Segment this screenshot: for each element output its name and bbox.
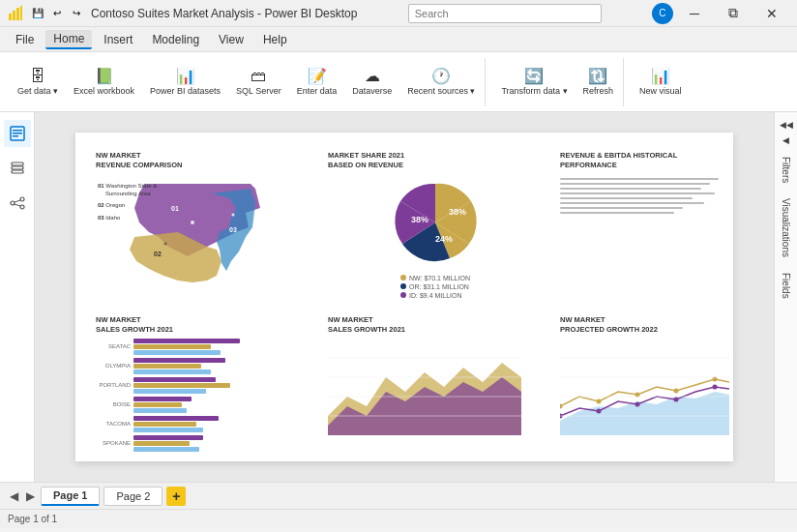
nw-market-revenue-panel[interactable]: NW MARKET REVENUE COMPARISON 01 02 03	[87, 144, 319, 309]
add-page-button[interactable]: +	[166, 487, 186, 506]
get-data-button[interactable]: 🗄 Get data ▾	[12, 60, 64, 104]
map-container: 01 02 03 01 Washington State & Surroundi…	[96, 174, 289, 290]
canvas-page: NW MARKET REVENUE COMPARISON 01 02 03	[75, 133, 733, 461]
sidebar-report-icon[interactable]	[4, 120, 31, 147]
menu-help[interactable]: Help	[255, 31, 295, 48]
powerbi-datasets-button[interactable]: 📊 Power BI datasets	[144, 60, 226, 104]
page-prev-btn[interactable]: ◀	[8, 489, 20, 503]
filters-panel-btn[interactable]: Filters	[778, 149, 794, 191]
dataverse-button[interactable]: ☁ Dataverse	[346, 60, 398, 104]
ribbon-group-data: 🗄 Get data ▾ 📗 Excel workbook 📊 Power BI…	[8, 58, 486, 106]
svg-text:38%: 38%	[449, 207, 466, 217]
svg-point-37	[674, 397, 679, 401]
refresh-label: Refresh	[583, 86, 614, 96]
fields-panel-btn[interactable]: Fields	[778, 265, 794, 307]
sales-growth-bar-title: NW MARKETSALES GROWTH 2021	[96, 315, 310, 335]
svg-rect-2	[16, 8, 19, 20]
svg-text:03: 03	[229, 226, 237, 233]
datasets-label: Power BI datasets	[150, 86, 221, 96]
menu-modeling[interactable]: Modeling	[144, 31, 207, 48]
projected-growth-chart	[560, 339, 729, 435]
svg-point-32	[674, 388, 679, 393]
svg-rect-5	[13, 130, 22, 132]
menu-home[interactable]: Home	[45, 30, 92, 49]
enter-data-button[interactable]: 📝 Enter data	[291, 60, 343, 104]
transform-icon: 🔄	[524, 69, 544, 84]
window-title: Contoso Suites Market Analysis - Power B…	[91, 7, 357, 20]
svg-rect-10	[12, 170, 23, 173]
svg-rect-7	[13, 135, 18, 137]
bar-label-3: PORTLAND	[96, 382, 131, 388]
page-tab-2[interactable]: Page 2	[103, 487, 162, 506]
nw-market-revenue-title: NW MARKET REVENUE COMPARISON	[96, 151, 310, 170]
save-button[interactable]: 💾	[29, 5, 46, 22]
ribbon-group-transform: 🔄 Transform data ▾ 🔃 Refresh	[491, 58, 624, 106]
canvas-area[interactable]: NW MARKET REVENUE COMPARISON 01 02 03	[35, 112, 774, 482]
projected-growth-panel[interactable]: NW MARKET PROJECTED GROWTH 2022	[551, 309, 745, 473]
sidebar-model-icon[interactable]	[4, 190, 31, 217]
menu-view[interactable]: View	[211, 31, 251, 48]
excel-label: Excel workbook	[74, 86, 134, 96]
recent-sources-button[interactable]: 🕐 Recent sources ▾	[401, 60, 481, 104]
svg-point-13	[20, 205, 24, 209]
ribbon: 🗄 Get data ▾ 📗 Excel workbook 📊 Power BI…	[0, 52, 797, 112]
title-bar-left: 💾 ↩ ↪ Contoso Suites Market Analysis - P…	[8, 5, 357, 22]
excel-workbook-button[interactable]: 📗 Excel workbook	[68, 60, 140, 104]
new-visual-icon: 📊	[651, 69, 670, 84]
market-share-panel[interactable]: MARKET SHARE 2021 BASED ON REVENUE	[319, 144, 551, 309]
redo-button[interactable]: ↪	[68, 5, 85, 22]
svg-point-21	[232, 213, 235, 216]
svg-text:02: 02	[154, 251, 162, 257]
projected-growth-title: NW MARKET PROJECTED GROWTH 2022	[560, 315, 736, 335]
menu-file[interactable]: File	[8, 31, 42, 48]
sidebar-data-icon[interactable]	[4, 155, 31, 182]
undo-button[interactable]: ↩	[48, 5, 66, 22]
svg-rect-6	[13, 133, 22, 134]
bar-label-2: OLYMPIA	[96, 363, 131, 369]
restore-button[interactable]: ⧉	[716, 0, 751, 27]
new-visual-button[interactable]: 📊 New visual	[634, 60, 688, 104]
left-sidebar	[0, 112, 35, 482]
sales-growth-bar-panel[interactable]: NW MARKETSALES GROWTH 2021 SEATAC OLYMPI…	[87, 309, 319, 473]
menu-insert[interactable]: Insert	[96, 31, 140, 48]
svg-rect-0	[9, 14, 12, 20]
revenue-lines	[560, 178, 736, 214]
quick-access-toolbar: 💾 ↩ ↪	[29, 5, 85, 22]
hbar-chart: SEATAC OLYMPIA	[96, 339, 310, 452]
svg-text:38%: 38%	[411, 215, 428, 224]
right-sidebar: ◀◀ ◀ Filters Visualizations Fields	[774, 112, 797, 482]
svg-rect-8	[12, 163, 23, 165]
svg-rect-1	[13, 11, 15, 20]
svg-point-30	[597, 399, 602, 403]
sales-growth-area-title: NW MARKET SALES GROWTH 2021	[328, 315, 543, 335]
main-area: NW MARKET REVENUE COMPARISON 01 02 03	[0, 112, 797, 482]
page-next-btn[interactable]: ▶	[24, 489, 37, 503]
svg-point-20	[164, 242, 167, 245]
svg-rect-3	[20, 6, 22, 20]
refresh-icon: 🔃	[588, 69, 607, 84]
transform-data-button[interactable]: 🔄 Transform data ▾	[495, 60, 573, 104]
page-tab-1[interactable]: Page 1	[41, 487, 100, 506]
collapse-panels-btn[interactable]: ◀◀	[778, 118, 795, 132]
legend-item-3: ID: $9.4 MILLION	[409, 292, 461, 299]
svg-point-11	[11, 201, 15, 205]
dataverse-label: Dataverse	[352, 86, 392, 96]
close-button[interactable]: ✕	[754, 0, 789, 27]
sales-growth-area-panel[interactable]: NW MARKET SALES GROWTH 2021	[319, 309, 551, 473]
revenue-ebitda-panel[interactable]: REVENUE & EBITDA HISTORICAL PERFORMANCE	[551, 144, 745, 309]
sql-server-button[interactable]: 🗃 SQL Server	[230, 60, 287, 104]
svg-point-36	[635, 401, 640, 406]
sql-icon: 🗃	[251, 69, 266, 84]
powerbi-logo-icon	[8, 6, 23, 21]
visualizations-panel-btn[interactable]: Visualizations	[778, 191, 794, 265]
recent-label: Recent sources ▾	[407, 86, 475, 96]
dataverse-icon: ☁	[365, 69, 380, 84]
search-input[interactable]	[408, 4, 602, 23]
svg-line-15	[15, 204, 20, 206]
collapse-btn[interactable]: ◀	[781, 133, 791, 147]
minimize-button[interactable]: ─	[677, 0, 712, 27]
search-box-container[interactable]	[408, 4, 602, 23]
status-bar: Page 1 of 1	[0, 509, 797, 528]
enter-data-icon: 📝	[308, 69, 327, 84]
refresh-button[interactable]: 🔃 Refresh	[577, 60, 620, 104]
